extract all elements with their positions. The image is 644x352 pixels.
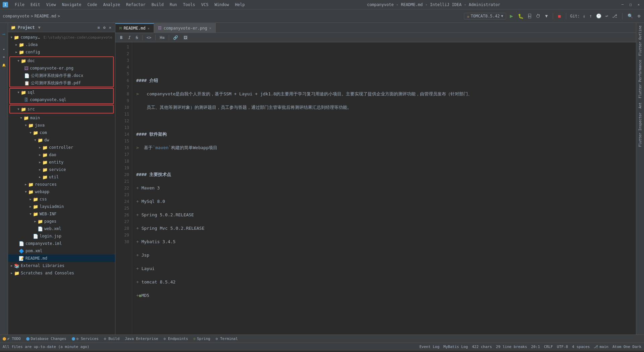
tree-item-pages[interactable]: ▶ 📁 pages: [8, 218, 115, 225]
md-italic-btn[interactable]: I: [126, 35, 132, 41]
menu-run[interactable]: Run: [167, 2, 180, 8]
ant-panel[interactable]: Ant: [638, 101, 642, 110]
menu-navigate[interactable]: Navigate: [59, 2, 84, 8]
project-panel-icon[interactable]: 1: [0, 24, 8, 44]
tree-item-css[interactable]: ▶ 📁 css: [8, 195, 115, 203]
menu-help[interactable]: Help: [232, 2, 248, 8]
tree-item-sql-file[interactable]: 🗄 companyvote.sql: [10, 96, 113, 103]
settings-project-button[interactable]: ⚙: [102, 24, 107, 31]
minimize-button[interactable]: ─: [620, 2, 625, 7]
tree-item-scratches[interactable]: ▶ 📁 Scratches and Consoles: [8, 269, 115, 277]
line-ending[interactable]: CRLF: [544, 345, 553, 349]
tab-er-png[interactable]: 🖼 companyvote-er.png ✕: [154, 23, 216, 33]
maximize-button[interactable]: □: [628, 2, 633, 7]
tree-item-com[interactable]: ▼ 📁 com: [8, 129, 115, 136]
git-branch-button[interactable]: ⎇: [611, 12, 618, 19]
git-push-button[interactable]: ↑: [589, 12, 593, 19]
tree-item-service[interactable]: ▶ 📁 service: [8, 166, 115, 173]
tree-item-dw[interactable]: ▼ 📁 dw: [8, 136, 115, 144]
more-run-button[interactable]: ▼: [544, 12, 549, 19]
branch-indicator[interactable]: ⎇ main: [594, 345, 608, 349]
settings-button[interactable]: ⚙: [637, 12, 641, 19]
tree-item-idea[interactable]: ▶ 📁 .idea: [8, 41, 115, 48]
tree-item-er-png[interactable]: 🖼 companyvote-er.png: [10, 64, 113, 72]
tree-item-dao[interactable]: ▶ 📁 dao: [8, 151, 115, 159]
tree-item-main[interactable]: ▼ 📁 main: [8, 114, 115, 122]
structure-icon[interactable]: ≡: [1, 54, 7, 60]
tree-item-java[interactable]: ▼ 📁 java: [8, 122, 115, 129]
tree-item-ext-libs[interactable]: ▶ 📚 External Libraries: [8, 262, 115, 269]
tree-item-config[interactable]: ▶ 📁 config: [8, 48, 115, 56]
menu-edit[interactable]: Edit: [28, 2, 43, 8]
breadcrumb-project[interactable]: companyvote: [3, 14, 29, 18]
menu-vcs[interactable]: VCS: [199, 2, 211, 8]
tree-item-docx[interactable]: 📄 公司测评系统操作手册.docx: [10, 72, 113, 79]
close-button[interactable]: ✕: [636, 2, 641, 7]
db-changes-tool[interactable]: Database Changes: [26, 337, 66, 341]
menu-build[interactable]: Build: [149, 2, 166, 8]
md-link-btn[interactable]: 🔗: [171, 35, 180, 41]
charset-selector[interactable]: UTF-8: [557, 345, 568, 349]
theme-selector[interactable]: Atom One Dark: [612, 345, 641, 349]
run-config-selector[interactable]: ☕ TOMCAT8.5.42 ▼: [464, 13, 506, 19]
tree-item-doc[interactable]: ▼ 📁 doc: [10, 57, 113, 64]
event-log-btn[interactable]: Event Log: [420, 345, 440, 349]
tree-item-login-jsp[interactable]: 📄 login.jsp: [8, 232, 115, 240]
profile-button[interactable]: ⏱: [535, 12, 541, 20]
tree-item-webapp[interactable]: ▼ 📁 webapp: [8, 188, 115, 195]
tree-item-iml[interactable]: 📄 companyvote.iml: [8, 240, 115, 247]
indent-selector[interactable]: 4 spaces: [572, 345, 590, 349]
code-content[interactable]: #### 介绍 > companyvote是由我个人开发的，基于SSM + La…: [132, 42, 636, 335]
md-strikethrough-btn[interactable]: S: [133, 35, 140, 41]
java-enterprise-tool[interactable]: Java Enterprise: [125, 337, 158, 341]
tree-item-pom[interactable]: 🔷 pom.xml: [8, 247, 115, 255]
todo-tool[interactable]: ✔ TODO: [3, 337, 21, 341]
debug-button[interactable]: 🐛: [517, 12, 525, 20]
close-png-tab[interactable]: ✕: [209, 26, 211, 30]
menu-code[interactable]: Code: [85, 2, 100, 8]
stop-button[interactable]: ■: [557, 12, 562, 19]
breadcrumb-file[interactable]: README.md: [35, 14, 56, 18]
menu-analyze[interactable]: Analyze: [100, 2, 123, 8]
git-revert-button[interactable]: ↩: [604, 12, 609, 19]
status-notification[interactable]: All files are up-to-date (a minute ago): [3, 345, 89, 349]
close-readme-tab[interactable]: ✕: [148, 27, 150, 30]
run-button[interactable]: ▶: [509, 12, 514, 20]
collapse-all-button[interactable]: ≡: [96, 24, 101, 31]
terminal-tool[interactable]: ⊙ Terminal: [216, 337, 238, 341]
tab-readme[interactable]: M README.md ✕: [115, 23, 154, 33]
build-tool[interactable]: ⊙ Build: [104, 337, 119, 341]
menu-tools[interactable]: Tools: [180, 2, 198, 8]
md-image-btn[interactable]: 🖼: [181, 35, 190, 41]
services-tool[interactable]: ⊙ Services: [72, 337, 99, 341]
git-update-button[interactable]: ↓: [582, 12, 587, 19]
cursor-position[interactable]: 20:1: [531, 345, 540, 349]
search-everywhere-button[interactable]: 🔍: [627, 12, 634, 19]
menu-view[interactable]: View: [44, 2, 59, 8]
tree-item-readme[interactable]: 📝 README.md: [8, 255, 115, 262]
mybatis-log-btn[interactable]: MyBatis Log: [443, 345, 468, 349]
tree-item-resources[interactable]: ▶ 📁 resources: [8, 181, 115, 188]
tree-item-pdf[interactable]: 📋 公司测评系统操作手册.pdf: [10, 79, 113, 87]
spring-tool[interactable]: ⊙ Spring: [194, 337, 210, 341]
menu-file[interactable]: File: [12, 2, 27, 8]
tree-item-web-inf[interactable]: ▼ 📁 WEB-INF: [8, 210, 115, 218]
tree-item-controller[interactable]: ▶ 📁 controller: [8, 144, 115, 151]
tree-item-src[interactable]: ▼ 📁 src: [10, 105, 113, 113]
notifications-icon[interactable]: 🔔: [1, 62, 7, 69]
tree-item-layuiadmin[interactable]: ▶ 📁 layuiadmin: [8, 203, 115, 210]
flutter-inspector-panel[interactable]: Flutter Inspector: [638, 111, 642, 148]
tree-item-root[interactable]: ▼ 📁 companyvote E:\study\gitee-code\comp…: [8, 34, 115, 41]
bookmarks-icon[interactable]: ★: [1, 46, 7, 52]
menu-window[interactable]: Window: [212, 2, 231, 8]
menu-refactor[interactable]: Refactor: [123, 2, 148, 8]
tree-item-sql[interactable]: ▼ 📁 sql: [10, 89, 113, 96]
flutter-performance-panel[interactable]: Flutter Performance: [638, 58, 642, 99]
md-code-btn[interactable]: <>: [145, 35, 153, 41]
tree-item-entity[interactable]: ▶ 📁 entity: [8, 159, 115, 166]
git-history-button[interactable]: 🕐: [595, 12, 602, 19]
endpoints-tool[interactable]: ⊙ Endpoints: [164, 337, 188, 341]
hide-panel-button[interactable]: ✕: [108, 24, 112, 31]
md-bold-btn[interactable]: B: [118, 35, 124, 41]
md-heading-btn[interactable]: H≡: [158, 35, 166, 41]
